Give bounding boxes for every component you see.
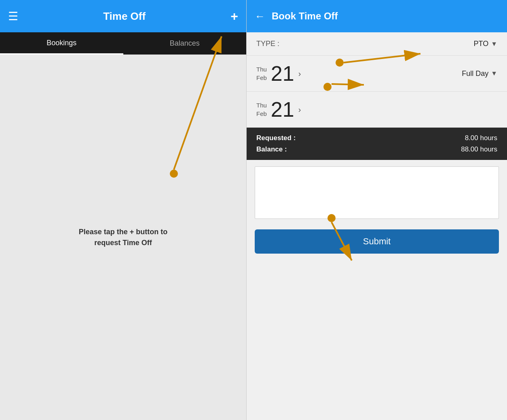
end-date-row: Thu Feb 21 › [247, 92, 507, 128]
right-header-title: Book Time Off [272, 10, 338, 22]
add-button[interactable]: + [230, 9, 238, 24]
end-date-left[interactable]: Thu Feb 21 › [256, 97, 301, 122]
start-date-chevron[interactable]: › [298, 69, 301, 78]
balance-row: Balance : 88.00 hours [256, 145, 497, 153]
start-time-selector[interactable]: Full Day ▼ [462, 69, 497, 78]
right-panel: ← Book Time Off TYPE : PTO ▼ Thu Feb [247, 0, 507, 420]
balance-label: Balance : [256, 145, 287, 153]
end-date-number: 21 [271, 97, 294, 122]
left-panel: ☰ Time Off + Bookings Balances Please ta… [0, 0, 247, 420]
requested-value: 8.00 hours [465, 134, 497, 142]
left-header: ☰ Time Off + [0, 0, 246, 32]
summary-bar: Requested : 8.00 hours Balance : 88.00 h… [247, 128, 507, 160]
requested-label: Requested : [256, 134, 296, 142]
tab-balances[interactable]: Balances [123, 32, 247, 55]
type-selector[interactable]: PTO ▼ [473, 40, 497, 48]
start-time-value: Full Day [462, 69, 488, 78]
type-dropdown-arrow: ▼ [491, 40, 497, 48]
balance-value: 88.00 hours [461, 145, 497, 153]
type-label: TYPE : [256, 40, 279, 48]
end-date-label: Thu Feb [256, 101, 267, 118]
empty-state: Please tap the + button to request Time … [0, 55, 246, 420]
empty-message-text: Please tap the + button to request Time … [71, 227, 176, 248]
start-date-left[interactable]: Thu Feb 21 › [256, 61, 301, 86]
start-date-row: Thu Feb 21 › Full Day ▼ [247, 56, 507, 92]
start-date-label: Thu Feb [256, 65, 267, 82]
type-value: PTO [473, 40, 488, 48]
booking-form: TYPE : PTO ▼ Thu Feb 21 › Full Day [247, 32, 507, 420]
tab-bookings[interactable]: Bookings [0, 32, 123, 55]
notes-area[interactable] [255, 166, 499, 219]
start-time-dropdown-arrow: ▼ [491, 70, 497, 77]
notes-input[interactable] [255, 167, 499, 218]
app-title: Time Off [103, 10, 146, 23]
type-row: TYPE : PTO ▼ [247, 32, 507, 56]
back-button[interactable]: ← [255, 10, 265, 23]
hamburger-icon[interactable]: ☰ [8, 10, 18, 23]
start-date-number: 21 [271, 61, 294, 86]
requested-row: Requested : 8.00 hours [256, 134, 497, 142]
end-date-chevron[interactable]: › [298, 105, 301, 114]
right-header: ← Book Time Off [247, 0, 507, 32]
tab-bar: Bookings Balances [0, 32, 246, 55]
submit-button[interactable]: Submit [255, 229, 499, 254]
